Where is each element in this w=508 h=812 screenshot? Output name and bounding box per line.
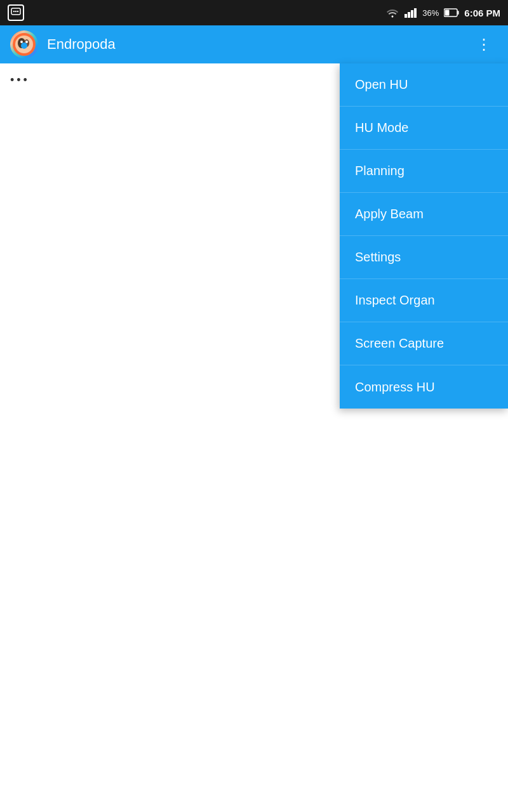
svg-rect-5 (408, 12, 410, 18)
app-logo (10, 30, 38, 58)
main-content: ••• Open HU HU Mode Planning Apply Beam … (0, 63, 508, 812)
svg-point-15 (21, 43, 27, 49)
svg-point-1 (13, 11, 15, 12)
svg-rect-7 (414, 8, 417, 18)
dots-indicator: ••• (10, 74, 30, 87)
svg-rect-4 (404, 14, 407, 18)
menu-item-screen-capture[interactable]: Screen Capture (340, 322, 508, 365)
bbm-icon (8, 4, 24, 21)
svg-point-3 (17, 11, 18, 12)
menu-item-settings[interactable]: Settings (340, 236, 508, 279)
signal-bars-icon (404, 8, 417, 18)
svg-rect-6 (411, 10, 413, 18)
status-bar-right: 36% 6:06 PM (385, 8, 500, 18)
menu-item-inspect-organ[interactable]: Inspect Organ (340, 279, 508, 322)
dropdown-menu: Open HU HU Mode Planning Apply Beam Sett… (340, 63, 508, 409)
svg-point-17 (25, 41, 28, 43)
wifi-icon (385, 8, 399, 18)
svg-point-2 (15, 11, 17, 12)
menu-item-open-hu[interactable]: Open HU (340, 63, 508, 107)
menu-item-hu-mode[interactable]: HU Mode (340, 107, 508, 150)
menu-item-planning[interactable]: Planning (340, 150, 508, 193)
svg-rect-9 (458, 11, 459, 15)
app-title: Endropoda (47, 36, 116, 53)
svg-rect-10 (445, 10, 450, 16)
more-options-button[interactable]: ⋮ (471, 30, 498, 58)
menu-item-compress-hu[interactable]: Compress HU (340, 365, 508, 409)
battery-percentage: 36% (422, 8, 439, 18)
time-display: 6:06 PM (464, 8, 500, 18)
svg-point-16 (20, 41, 23, 43)
status-bar-left (8, 4, 24, 21)
status-bar: 36% 6:06 PM (0, 0, 508, 25)
app-bar: Endropoda ⋮ (0, 25, 508, 63)
menu-item-apply-beam[interactable]: Apply Beam (340, 193, 508, 236)
battery-icon (444, 8, 459, 17)
app-bar-left: Endropoda (10, 30, 116, 58)
